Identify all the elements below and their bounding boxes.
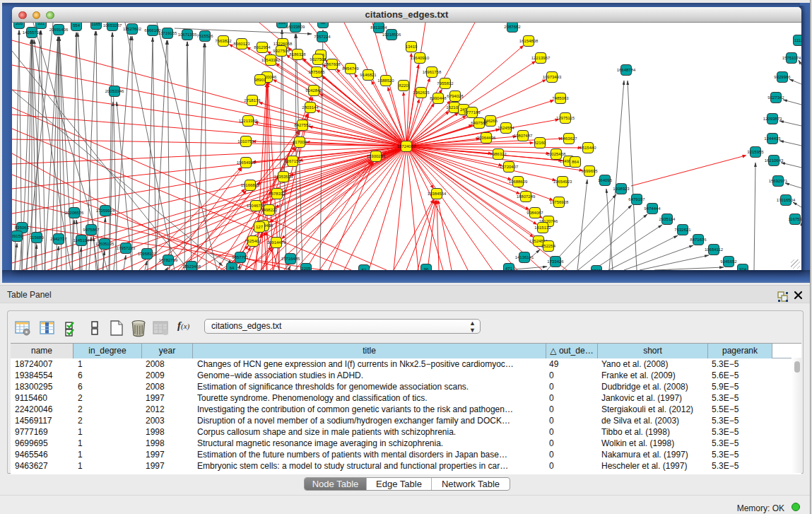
svg-text:19384554: 19384554 [428, 192, 447, 196]
svg-text:9146821: 9146821 [360, 73, 377, 77]
svg-text:115689: 115689 [30, 235, 44, 240]
svg-text:16914479: 16914479 [267, 240, 286, 245]
svg-text:8912954: 8912954 [254, 45, 271, 49]
svg-text:16210643: 16210643 [765, 158, 784, 163]
svg-text:62160: 62160 [534, 141, 546, 145]
svg-text:1733426: 1733426 [547, 259, 564, 264]
svg-text:7485063: 7485063 [552, 96, 569, 100]
svg-text:10654112: 10654112 [705, 247, 724, 252]
svg-text:16648784: 16648784 [617, 68, 636, 72]
svg-text:9699695: 9699695 [581, 169, 598, 173]
svg-text:19654923: 19654923 [237, 160, 256, 165]
svg-text:7663822: 7663822 [215, 39, 232, 43]
svg-text:8454749: 8454749 [342, 66, 359, 71]
svg-text:8678332: 8678332 [269, 192, 286, 196]
svg-text:15751074: 15751074 [782, 56, 801, 60]
svg-text:8186328: 8186328 [289, 52, 306, 57]
svg-text:18724007: 18724007 [397, 144, 416, 148]
svg-text:6479197: 6479197 [628, 197, 645, 201]
svg-text:1588520: 1588520 [377, 78, 394, 83]
svg-text:8813054: 8813054 [370, 25, 387, 30]
svg-text:17359924: 17359924 [96, 209, 115, 213]
svg-text:331: 331 [37, 23, 45, 25]
svg-text:19218506: 19218506 [382, 33, 401, 37]
svg-text:3498222: 3498222 [261, 208, 278, 212]
svg-text:39159: 39159 [12, 234, 23, 238]
svg-text:10958107: 10958107 [138, 252, 157, 256]
svg-text:10671355: 10671355 [178, 33, 197, 37]
svg-text:11923468: 11923468 [182, 264, 201, 269]
svg-text:7515526: 7515526 [196, 34, 213, 38]
svg-text:127: 127 [256, 225, 264, 229]
svg-text:817004: 817004 [293, 140, 307, 144]
svg-text:16961758: 16961758 [423, 70, 442, 74]
svg-text:9463627: 9463627 [560, 136, 577, 141]
svg-text:64: 64 [230, 266, 235, 270]
svg-text:3624554: 3624554 [498, 126, 514, 130]
svg-text:9857791: 9857791 [232, 255, 249, 259]
svg-text:7357224: 7357224 [314, 35, 331, 39]
svg-text:18300295: 18300295 [367, 154, 386, 158]
svg-text:15692971: 15692971 [769, 179, 788, 183]
svg-text:116753: 116753 [788, 217, 801, 221]
svg-text:9227342: 9227342 [767, 95, 784, 100]
svg-text:9084067: 9084067 [526, 211, 543, 215]
svg-text:10973493: 10973493 [543, 75, 562, 79]
svg-text:9474444: 9474444 [644, 206, 661, 211]
svg-text:17957223: 17957223 [117, 246, 136, 250]
svg-text:10543342: 10543342 [261, 58, 281, 62]
svg-text:96: 96 [424, 267, 429, 270]
svg-text:9242848: 9242848 [305, 88, 322, 93]
svg-text:835061: 835061 [15, 226, 30, 230]
svg-text:1938923: 1938923 [613, 187, 630, 191]
svg-text:9777169: 9777169 [464, 110, 481, 115]
svg-text:10688609: 10688609 [509, 180, 528, 184]
svg-text:6497568: 6497568 [471, 121, 488, 125]
svg-text:1145194: 1145194 [73, 238, 90, 243]
svg-text:9515: 9515 [592, 269, 601, 270]
svg-text:6794028: 6794028 [447, 94, 464, 98]
svg-text:12213967: 12213967 [531, 56, 551, 60]
svg-text:10719155: 10719155 [158, 31, 177, 35]
svg-text:7955812: 7955812 [437, 81, 454, 86]
svg-text:10653267: 10653267 [103, 23, 122, 28]
svg-text:8660123: 8660123 [233, 42, 250, 46]
svg-text:20691406: 20691406 [49, 28, 69, 32]
svg-text:88: 88 [321, 23, 326, 25]
svg-text:8471676: 8471676 [690, 238, 707, 242]
svg-text:14136141: 14136141 [515, 255, 534, 259]
svg-text:2087682: 2087682 [504, 25, 521, 29]
svg-text:11527602: 11527602 [123, 27, 142, 31]
svg-text:1112: 1112 [794, 38, 801, 42]
svg-text:864: 864 [572, 160, 579, 164]
svg-text:16033809: 16033809 [286, 25, 305, 29]
svg-text:7632621: 7632621 [674, 228, 691, 232]
svg-text:205: 205 [16, 23, 23, 25]
svg-text:924: 924 [739, 267, 747, 270]
svg-text:1362615: 1362615 [413, 90, 430, 95]
svg-text:16782759: 16782759 [159, 258, 178, 262]
svg-text:8220: 8220 [399, 83, 408, 88]
svg-text:12353594: 12353594 [274, 175, 293, 179]
svg-text:2205: 2205 [301, 267, 311, 270]
svg-text:2803144: 2803144 [302, 105, 319, 110]
svg-text:2942737: 2942737 [50, 237, 67, 241]
svg-text:12505135: 12505135 [95, 242, 114, 246]
svg-text:7625402: 7625402 [245, 239, 261, 243]
svg-text:7986322: 7986322 [490, 152, 507, 156]
svg-text:10025458: 10025458 [547, 152, 566, 156]
svg-text:9327508: 9327508 [310, 57, 326, 62]
svg-text:13640910: 13640910 [411, 56, 430, 60]
svg-text:9515440: 9515440 [579, 146, 596, 150]
svg-text:471: 471 [505, 267, 513, 270]
svg-text:554: 554 [73, 23, 81, 28]
svg-text:3267150: 3267150 [284, 159, 301, 163]
svg-text:12213369: 12213369 [239, 119, 258, 123]
svg-text:8427552: 8427552 [294, 123, 311, 127]
svg-text:12975115: 12975115 [556, 116, 575, 120]
svg-text:15716485: 15716485 [281, 257, 300, 261]
svg-text:19166825: 19166825 [241, 183, 260, 187]
svg-text:15720407: 15720407 [500, 165, 519, 169]
svg-text:19756928: 19756928 [550, 200, 569, 204]
svg-text:166: 166 [278, 23, 286, 25]
